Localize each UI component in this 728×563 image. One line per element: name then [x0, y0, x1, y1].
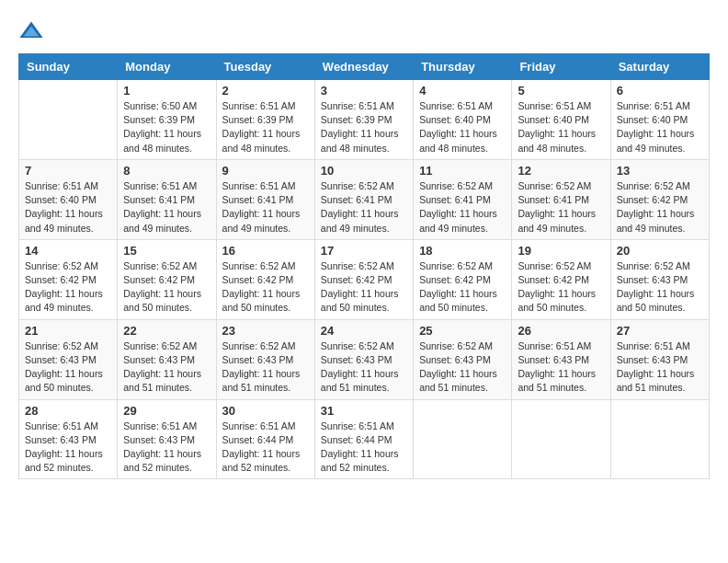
day-number: 25	[419, 324, 506, 338]
day-info: Sunrise: 6:51 AM Sunset: 6:44 PM Dayligh…	[321, 419, 407, 476]
day-number: 14	[25, 244, 111, 258]
day-number: 9	[222, 164, 309, 178]
day-number: 1	[123, 84, 210, 98]
calendar-cell: 11Sunrise: 6:52 AM Sunset: 6:41 PM Dayli…	[414, 159, 512, 239]
day-info: Sunrise: 6:52 AM Sunset: 6:42 PM Dayligh…	[123, 259, 210, 316]
calendar-cell: 3Sunrise: 6:51 AM Sunset: 6:39 PM Daylig…	[314, 80, 413, 160]
calendar-cell	[414, 399, 512, 479]
calendar-cell: 19Sunrise: 6:52 AM Sunset: 6:42 PM Dayli…	[512, 239, 610, 319]
header	[18, 18, 710, 44]
day-number: 2	[222, 84, 309, 98]
calendar-cell: 23Sunrise: 6:52 AM Sunset: 6:43 PM Dayli…	[216, 319, 314, 399]
day-info: Sunrise: 6:52 AM Sunset: 6:43 PM Dayligh…	[25, 339, 111, 396]
calendar-cell: 15Sunrise: 6:52 AM Sunset: 6:42 PM Dayli…	[118, 239, 216, 319]
day-number: 12	[518, 164, 604, 178]
day-number: 5	[518, 84, 604, 98]
logo	[18, 18, 48, 44]
calendar-week-row: 1Sunrise: 6:50 AM Sunset: 6:39 PM Daylig…	[19, 80, 710, 160]
day-number: 16	[222, 244, 309, 258]
calendar-cell	[19, 80, 118, 160]
day-info: Sunrise: 6:52 AM Sunset: 6:42 PM Dayligh…	[419, 259, 506, 316]
day-info: Sunrise: 6:51 AM Sunset: 6:39 PM Dayligh…	[222, 99, 309, 155]
day-number: 6	[617, 84, 703, 98]
calendar-header-friday: Friday	[512, 54, 610, 80]
day-info: Sunrise: 6:51 AM Sunset: 6:40 PM Dayligh…	[518, 99, 604, 155]
day-number: 8	[123, 164, 210, 178]
day-info: Sunrise: 6:51 AM Sunset: 6:43 PM Dayligh…	[518, 339, 604, 396]
day-info: Sunrise: 6:52 AM Sunset: 6:43 PM Dayligh…	[321, 339, 407, 396]
calendar-cell: 22Sunrise: 6:52 AM Sunset: 6:43 PM Dayli…	[118, 319, 216, 399]
day-number: 4	[419, 84, 506, 98]
calendar-cell: 29Sunrise: 6:51 AM Sunset: 6:43 PM Dayli…	[118, 399, 216, 479]
calendar-cell: 13Sunrise: 6:52 AM Sunset: 6:42 PM Dayli…	[610, 159, 709, 239]
calendar-cell: 31Sunrise: 6:51 AM Sunset: 6:44 PM Dayli…	[314, 399, 413, 479]
day-info: Sunrise: 6:52 AM Sunset: 6:41 PM Dayligh…	[518, 179, 604, 236]
calendar-cell: 24Sunrise: 6:52 AM Sunset: 6:43 PM Dayli…	[314, 319, 413, 399]
day-number: 17	[321, 244, 407, 258]
day-info: Sunrise: 6:52 AM Sunset: 6:43 PM Dayligh…	[419, 339, 506, 396]
calendar-cell: 8Sunrise: 6:51 AM Sunset: 6:41 PM Daylig…	[118, 159, 216, 239]
day-number: 31	[321, 404, 407, 418]
calendar-cell: 1Sunrise: 6:50 AM Sunset: 6:39 PM Daylig…	[118, 80, 216, 160]
day-info: Sunrise: 6:52 AM Sunset: 6:43 PM Dayligh…	[617, 259, 703, 316]
day-info: Sunrise: 6:52 AM Sunset: 6:42 PM Dayligh…	[222, 259, 309, 316]
day-number: 28	[25, 404, 111, 418]
day-info: Sunrise: 6:52 AM Sunset: 6:42 PM Dayligh…	[617, 179, 703, 236]
day-number: 15	[123, 244, 210, 258]
calendar-cell	[610, 399, 709, 479]
calendar-cell: 17Sunrise: 6:52 AM Sunset: 6:42 PM Dayli…	[314, 239, 413, 319]
day-info: Sunrise: 6:51 AM Sunset: 6:41 PM Dayligh…	[123, 179, 210, 236]
calendar-cell: 25Sunrise: 6:52 AM Sunset: 6:43 PM Dayli…	[414, 319, 512, 399]
day-info: Sunrise: 6:52 AM Sunset: 6:42 PM Dayligh…	[518, 259, 604, 316]
day-number: 11	[419, 164, 506, 178]
calendar-header-thursday: Thursday	[414, 54, 512, 80]
calendar-cell: 10Sunrise: 6:52 AM Sunset: 6:41 PM Dayli…	[314, 159, 413, 239]
calendar-header-sunday: Sunday	[19, 54, 118, 80]
day-info: Sunrise: 6:51 AM Sunset: 6:41 PM Dayligh…	[222, 179, 309, 236]
day-number: 7	[25, 164, 111, 178]
calendar-cell: 26Sunrise: 6:51 AM Sunset: 6:43 PM Dayli…	[512, 319, 610, 399]
day-info: Sunrise: 6:52 AM Sunset: 6:42 PM Dayligh…	[321, 259, 407, 316]
calendar-cell: 16Sunrise: 6:52 AM Sunset: 6:42 PM Dayli…	[216, 239, 314, 319]
day-number: 23	[222, 324, 309, 338]
day-number: 20	[617, 244, 703, 258]
calendar-cell: 12Sunrise: 6:52 AM Sunset: 6:41 PM Dayli…	[512, 159, 610, 239]
day-number: 21	[25, 324, 111, 338]
logo-icon	[18, 18, 44, 44]
calendar-header-row: SundayMondayTuesdayWednesdayThursdayFrid…	[19, 54, 710, 80]
calendar-cell: 30Sunrise: 6:51 AM Sunset: 6:44 PM Dayli…	[216, 399, 314, 479]
day-info: Sunrise: 6:51 AM Sunset: 6:44 PM Dayligh…	[222, 419, 309, 476]
calendar-cell: 28Sunrise: 6:51 AM Sunset: 6:43 PM Dayli…	[19, 399, 118, 479]
calendar-week-row: 7Sunrise: 6:51 AM Sunset: 6:40 PM Daylig…	[19, 159, 710, 239]
calendar-week-row: 21Sunrise: 6:52 AM Sunset: 6:43 PM Dayli…	[19, 319, 710, 399]
calendar-cell: 7Sunrise: 6:51 AM Sunset: 6:40 PM Daylig…	[19, 159, 118, 239]
day-number: 26	[518, 324, 604, 338]
calendar-cell: 9Sunrise: 6:51 AM Sunset: 6:41 PM Daylig…	[216, 159, 314, 239]
day-info: Sunrise: 6:51 AM Sunset: 6:43 PM Dayligh…	[25, 419, 111, 476]
day-number: 3	[321, 84, 407, 98]
day-number: 27	[617, 324, 703, 338]
day-number: 30	[222, 404, 309, 418]
day-number: 24	[321, 324, 407, 338]
calendar-cell: 6Sunrise: 6:51 AM Sunset: 6:40 PM Daylig…	[610, 80, 709, 160]
calendar-cell: 20Sunrise: 6:52 AM Sunset: 6:43 PM Dayli…	[610, 239, 709, 319]
day-info: Sunrise: 6:52 AM Sunset: 6:41 PM Dayligh…	[321, 179, 407, 236]
day-info: Sunrise: 6:52 AM Sunset: 6:43 PM Dayligh…	[123, 339, 210, 396]
calendar-cell: 18Sunrise: 6:52 AM Sunset: 6:42 PM Dayli…	[414, 239, 512, 319]
calendar-cell: 2Sunrise: 6:51 AM Sunset: 6:39 PM Daylig…	[216, 80, 314, 160]
calendar-week-row: 28Sunrise: 6:51 AM Sunset: 6:43 PM Dayli…	[19, 399, 710, 479]
calendar-header-tuesday: Tuesday	[216, 54, 314, 80]
day-info: Sunrise: 6:52 AM Sunset: 6:43 PM Dayligh…	[222, 339, 309, 396]
day-number: 19	[518, 244, 604, 258]
calendar-header-saturday: Saturday	[610, 54, 709, 80]
calendar-week-row: 14Sunrise: 6:52 AM Sunset: 6:42 PM Dayli…	[19, 239, 710, 319]
calendar-cell: 14Sunrise: 6:52 AM Sunset: 6:42 PM Dayli…	[19, 239, 118, 319]
day-info: Sunrise: 6:51 AM Sunset: 6:40 PM Dayligh…	[419, 99, 506, 155]
day-info: Sunrise: 6:51 AM Sunset: 6:43 PM Dayligh…	[123, 419, 210, 476]
calendar-header-wednesday: Wednesday	[314, 54, 413, 80]
day-info: Sunrise: 6:52 AM Sunset: 6:42 PM Dayligh…	[25, 259, 111, 316]
day-number: 18	[419, 244, 506, 258]
day-info: Sunrise: 6:50 AM Sunset: 6:39 PM Dayligh…	[123, 99, 210, 155]
day-number: 10	[321, 164, 407, 178]
calendar-header-monday: Monday	[118, 54, 216, 80]
